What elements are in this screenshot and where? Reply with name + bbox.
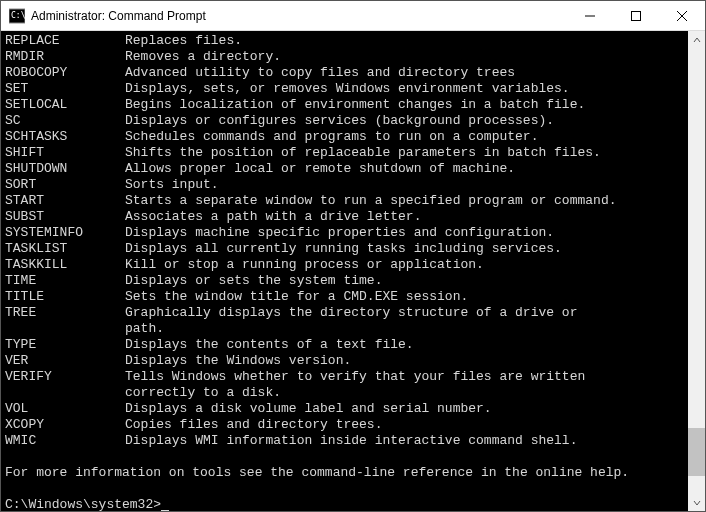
- window-title: Administrator: Command Prompt: [31, 9, 206, 23]
- command-name: SETLOCAL: [5, 97, 125, 113]
- command-row: VERIFYTells Windows whether to verify th…: [5, 369, 684, 385]
- command-name: TIME: [5, 273, 125, 289]
- command-description: Displays, sets, or removes Windows envir…: [125, 81, 684, 97]
- command-name: SC: [5, 113, 125, 129]
- command-description: Shifts the position of replaceable param…: [125, 145, 684, 161]
- scroll-up-button[interactable]: [688, 31, 705, 48]
- command-row: TASKKILLKill or stop a running process o…: [5, 257, 684, 273]
- close-button[interactable]: [659, 1, 705, 31]
- command-name: VERIFY: [5, 369, 125, 385]
- terminal-content[interactable]: REPLACEReplaces files.RMDIRRemoves a dir…: [1, 31, 688, 511]
- command-description: Copies files and directory trees.: [125, 417, 684, 433]
- command-row: SYSTEMINFODisplays machine specific prop…: [5, 225, 684, 241]
- command-description: Schedules commands and programs to run o…: [125, 129, 684, 145]
- command-name: XCOPY: [5, 417, 125, 433]
- command-description: Sorts input.: [125, 177, 684, 193]
- command-row: TYPEDisplays the contents of a text file…: [5, 337, 684, 353]
- help-footer: For more information on tools see the co…: [5, 465, 684, 481]
- svg-rect-3: [632, 11, 641, 20]
- command-row: SCDisplays or configures services (backg…: [5, 113, 684, 129]
- command-description: Begins localization of environment chang…: [125, 97, 684, 113]
- command-row: SETLOCALBegins localization of environme…: [5, 97, 684, 113]
- blank-line: [5, 449, 684, 465]
- command-row: SETDisplays, sets, or removes Windows en…: [5, 81, 684, 97]
- command-description: Advanced utility to copy files and direc…: [125, 65, 684, 81]
- command-description: Displays a disk volume label and serial …: [125, 401, 684, 417]
- command-name: SHUTDOWN: [5, 161, 125, 177]
- command-row: ROBOCOPYAdvanced utility to copy files a…: [5, 65, 684, 81]
- command-name: VER: [5, 353, 125, 369]
- command-row: SORTSorts input.: [5, 177, 684, 193]
- titlebar[interactable]: C:\ Administrator: Command Prompt: [1, 1, 705, 31]
- prompt-text: C:\Windows\system32>: [5, 497, 161, 511]
- command-name: TREE: [5, 305, 125, 321]
- scroll-thumb[interactable]: [688, 428, 705, 476]
- terminal-area: REPLACEReplaces files.RMDIRRemoves a dir…: [1, 31, 705, 511]
- command-row: TITLESets the window title for a CMD.EXE…: [5, 289, 684, 305]
- scroll-track[interactable]: [688, 48, 705, 494]
- maximize-button[interactable]: [613, 1, 659, 31]
- minimize-button[interactable]: [567, 1, 613, 31]
- command-row: WMICDisplays WMI information inside inte…: [5, 433, 684, 449]
- command-description: Graphically displays the directory struc…: [125, 305, 684, 321]
- command-row: SCHTASKSSchedules commands and programs …: [5, 129, 684, 145]
- command-row: VERDisplays the Windows version.: [5, 353, 684, 369]
- scrollbar[interactable]: [688, 31, 705, 511]
- command-name: TASKKILL: [5, 257, 125, 273]
- svg-text:C:\: C:\: [11, 11, 25, 20]
- command-name: RMDIR: [5, 49, 125, 65]
- command-name: SCHTASKS: [5, 129, 125, 145]
- command-row: XCOPYCopies files and directory trees.: [5, 417, 684, 433]
- command-description: Displays all currently running tasks inc…: [125, 241, 684, 257]
- command-name: WMIC: [5, 433, 125, 449]
- command-name: REPLACE: [5, 33, 125, 49]
- command-row: SHIFTShifts the position of replaceable …: [5, 145, 684, 161]
- cursor: [161, 498, 169, 511]
- blank-line: [5, 481, 684, 497]
- command-description: Displays the contents of a text file.: [125, 337, 684, 353]
- command-description: Displays machine specific properties and…: [125, 225, 684, 241]
- prompt-line[interactable]: C:\Windows\system32>: [5, 497, 684, 511]
- command-description: Associates a path with a drive letter.: [125, 209, 684, 225]
- cmd-icon: C:\: [9, 8, 25, 24]
- command-name: TASKLIST: [5, 241, 125, 257]
- command-row: TIMEDisplays or sets the system time.: [5, 273, 684, 289]
- command-row: RMDIRRemoves a directory.: [5, 49, 684, 65]
- command-name: SYSTEMINFO: [5, 225, 125, 241]
- command-row: REPLACEReplaces files.: [5, 33, 684, 49]
- command-description: Kill or stop a running process or applic…: [125, 257, 684, 273]
- command-row: TREEGraphically displays the directory s…: [5, 305, 684, 321]
- command-description: Removes a directory.: [125, 49, 684, 65]
- command-description: Allows proper local or remote shutdown o…: [125, 161, 684, 177]
- command-description: Displays or sets the system time.: [125, 273, 684, 289]
- scroll-down-button[interactable]: [688, 494, 705, 511]
- command-name: SET: [5, 81, 125, 97]
- command-description: Displays or configures services (backgro…: [125, 113, 684, 129]
- command-name: SHIFT: [5, 145, 125, 161]
- command-row: SUBSTAssociates a path with a drive lett…: [5, 209, 684, 225]
- command-name: START: [5, 193, 125, 209]
- command-name: TYPE: [5, 337, 125, 353]
- command-description: Tells Windows whether to verify that you…: [125, 369, 684, 385]
- command-row: STARTStarts a separate window to run a s…: [5, 193, 684, 209]
- command-description: Displays the Windows version.: [125, 353, 684, 369]
- command-name: ROBOCOPY: [5, 65, 125, 81]
- command-name: SORT: [5, 177, 125, 193]
- command-row: VOLDisplays a disk volume label and seri…: [5, 401, 684, 417]
- command-description: Displays WMI information inside interact…: [125, 433, 684, 449]
- command-description-continuation: correctly to a disk.: [5, 385, 684, 401]
- command-description: Sets the window title for a CMD.EXE sess…: [125, 289, 684, 305]
- command-name: TITLE: [5, 289, 125, 305]
- command-name: VOL: [5, 401, 125, 417]
- command-row: SHUTDOWNAllows proper local or remote sh…: [5, 161, 684, 177]
- command-row: TASKLISTDisplays all currently running t…: [5, 241, 684, 257]
- command-description: Replaces files.: [125, 33, 684, 49]
- command-name: SUBST: [5, 209, 125, 225]
- command-description: Starts a separate window to run a specif…: [125, 193, 684, 209]
- command-description-continuation: path.: [5, 321, 684, 337]
